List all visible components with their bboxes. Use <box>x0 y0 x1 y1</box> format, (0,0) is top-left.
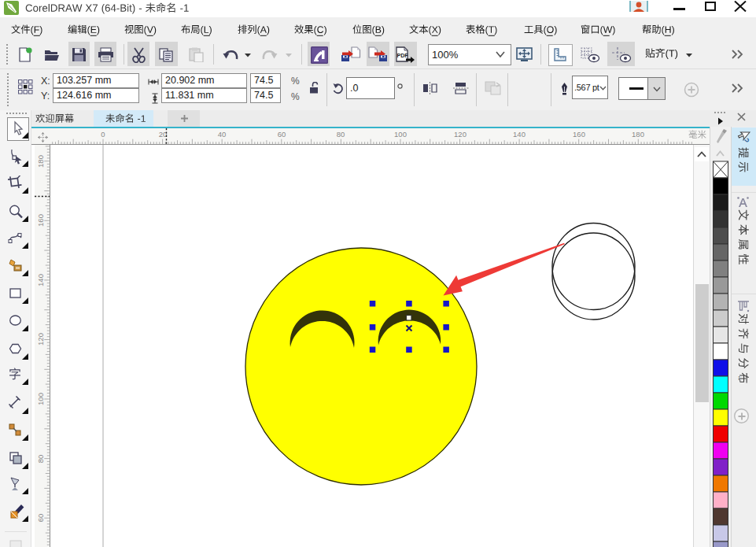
svg-text:?: ? <box>741 138 750 142</box>
